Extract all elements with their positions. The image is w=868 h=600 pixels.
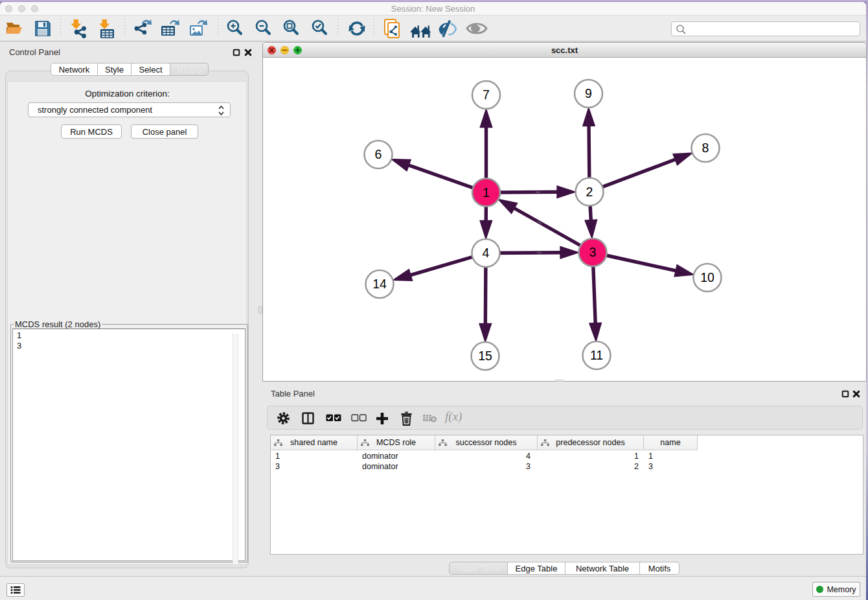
svg-text:14: 14 [372, 277, 387, 291]
svg-text:4: 4 [483, 246, 490, 260]
svg-text:10: 10 [700, 270, 714, 284]
svg-text:9: 9 [585, 86, 592, 100]
svg-text:3: 3 [589, 245, 597, 259]
svg-text:1: 1 [483, 185, 490, 200]
svg-text:6: 6 [375, 147, 382, 161]
svg-text:15: 15 [478, 349, 492, 363]
svg-text:7: 7 [483, 87, 490, 102]
svg-text:2: 2 [586, 185, 593, 199]
svg-text:11: 11 [590, 348, 603, 362]
svg-text:8: 8 [702, 141, 709, 155]
